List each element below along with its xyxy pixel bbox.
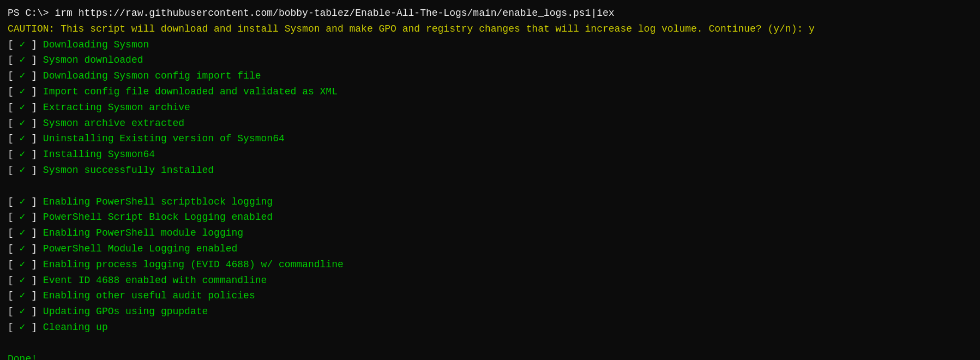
prompt-prefix: PS C:\> [8,5,55,21]
done-line: Done! [8,351,972,360]
check-line-6: [ ✓ ] Sysmon archive extracted [8,116,972,131]
check-line-11: [ ✓ ] PowerShell Script Block Logging en… [8,209,972,225]
terminal-window: PS C:\> irm https://raw.githubuserconten… [8,5,972,360]
check-line-14: [ ✓ ] Enabling process logging (EVID 468… [8,257,972,273]
check-line-9: [ ✓ ] Sysmon successfully installed [8,163,972,178]
check-line-3: [ ✓ ] Downloading Sysmon config import f… [8,68,972,84]
check-line-16: [ ✓ ] Enabling other useful audit polici… [8,288,972,304]
check-line-18: [ ✓ ] Cleaning up [8,320,972,335]
check-line-1: [ ✓ ] Downloading Sysmon [8,37,972,53]
check-line-2: [ ✓ ] Sysmon downloaded [8,52,972,68]
check-line-8: [ ✓ ] Installing Sysmon64 [8,147,972,163]
check-line-4: [ ✓ ] Import config file downloaded and … [8,84,972,100]
command-text: irm https://raw.githubusercontent.com/bo… [55,5,614,21]
empty-line-1 [8,178,972,194]
caution-line: CAUTION: This script will download and i… [8,21,972,37]
check-line-5: [ ✓ ] Extracting Sysmon archive [8,100,972,116]
command-line: PS C:\> irm https://raw.githubuserconten… [8,5,972,21]
empty-line-2 [8,335,972,351]
check-line-13: [ ✓ ] PowerShell Module Logging enabled [8,241,972,257]
check-line-17: [ ✓ ] Updating GPOs using gpupdate [8,304,972,320]
check-line-10: [ ✓ ] Enabling PowerShell scriptblock lo… [8,194,972,210]
check-line-12: [ ✓ ] Enabling PowerShell module logging [8,225,972,241]
done-text: Done! [8,351,37,360]
caution-text: CAUTION: This script will download and i… [8,21,815,37]
check-line-7: [ ✓ ] Uninstalling Existing version of S… [8,131,972,147]
check-line-15: [ ✓ ] Event ID 4688 enabled with command… [8,273,972,289]
